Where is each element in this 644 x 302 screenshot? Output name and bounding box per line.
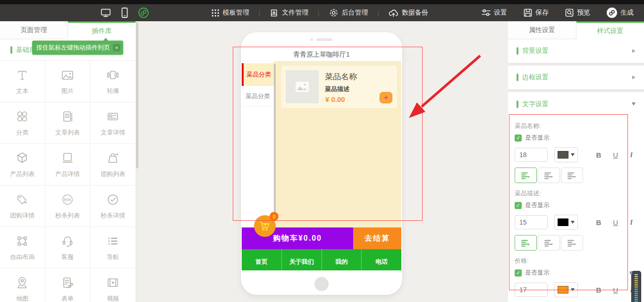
visible-checkbox[interactable]: ✓ <box>515 269 522 277</box>
plugin-label: 产品详情 <box>55 170 80 178</box>
plugin-label: 产品列表 <box>10 170 34 178</box>
italic-button[interactable]: I <box>630 151 633 159</box>
page-scrollbar-widget[interactable] <box>631 271 641 302</box>
plugin-item-文章详情[interactable]: 文章详情 <box>90 102 136 144</box>
menu-file-manage[interactable]: 文件管理 <box>268 8 310 17</box>
nav-item-电话[interactable]: 电话 <box>362 249 401 270</box>
plugin-panel: 页面管理 插件库 基础库 按住鼠标左键拖动插件到页 × 文本 图片 轮播 分类 … <box>0 21 136 302</box>
category-item-selected[interactable]: 菜品分类 <box>242 63 274 86</box>
group-detail-icon <box>15 192 30 207</box>
plugin-label: 自由布局 <box>10 253 34 261</box>
plugin-item-秒杀详情[interactable]: 秒杀详情 <box>90 185 136 227</box>
cart-button[interactable]: 0 <box>254 215 276 237</box>
nav-item-首页[interactable]: 首页 <box>242 249 282 270</box>
top-toolbar: 模板管理 | 文件管理 | 后台管理 | 数据备份 设置 <box>0 0 644 21</box>
align-right-button[interactable] <box>561 168 583 183</box>
plugin-item-轮播[interactable]: 轮播 <box>90 61 136 102</box>
nav-item-我的[interactable]: 我的 <box>322 249 362 270</box>
align-left-button[interactable] <box>515 168 537 183</box>
underline-button[interactable]: U <box>613 151 618 159</box>
group-label: 菜品描述: <box>515 189 637 198</box>
speaker-bar <box>316 38 332 41</box>
plugin-item-表单[interactable]: 表单 <box>45 268 91 302</box>
menu-template-manage[interactable]: 模板管理 <box>210 8 251 17</box>
section-text-settings[interactable]: 文字设置 <box>508 92 644 116</box>
section-border-settings[interactable]: 边框设置 <box>508 66 644 92</box>
plugin-item-客服[interactable]: 客服 <box>45 227 91 268</box>
italic-button[interactable]: I <box>630 218 633 226</box>
font-size-input[interactable] <box>515 283 548 297</box>
add-to-cart-button[interactable]: + <box>380 92 392 103</box>
bold-button[interactable]: B <box>596 286 601 294</box>
preview-button[interactable]: 预览 <box>563 8 592 17</box>
menu-plugin-region[interactable]: 菜品分类 菜品分类 菜品名称 菜品描述 ¥ 0.00 + <box>242 61 401 227</box>
close-icon[interactable]: × <box>113 44 120 51</box>
color-picker[interactable] <box>554 282 578 297</box>
plugin-item-产品列表[interactable]: 产品列表 <box>0 144 45 185</box>
underline-button[interactable]: U <box>613 286 618 294</box>
color-picker[interactable] <box>554 147 578 162</box>
nav-item-关于我们[interactable]: 关于我们 <box>282 249 322 270</box>
font-size-input[interactable] <box>515 215 548 229</box>
font-size-input[interactable] <box>515 148 548 162</box>
home-button[interactable] <box>314 277 329 291</box>
mobile-icon[interactable] <box>119 7 130 18</box>
menu-label: 文件管理 <box>282 8 308 17</box>
dish-card[interactable]: 菜品名称 菜品描述 ¥ 0.00 + <box>281 66 397 108</box>
visible-checkbox[interactable]: ✓ <box>515 202 522 209</box>
plugin-grid: 文本 图片 轮播 分类 文章列表 文章详情 产品列表 产品详情 团购列表 团购详… <box>0 60 136 302</box>
left-panel-scrollbar[interactable] <box>136 21 139 302</box>
plugin-item-团购列表[interactable]: 团购列表 <box>90 144 136 185</box>
plugin-item-秒杀列表[interactable]: 秒杀 秒杀列表 <box>45 185 91 227</box>
desktop-icon[interactable] <box>100 7 111 18</box>
bold-button[interactable]: B <box>596 218 601 226</box>
plugin-item-地图[interactable]: 地图 <box>0 268 45 302</box>
menu-data-backup[interactable]: 数据备份 <box>387 8 430 17</box>
link-icon[interactable] <box>138 7 149 18</box>
category-item[interactable]: 菜品分类 <box>242 86 274 107</box>
color-picker[interactable] <box>554 215 578 230</box>
align-left-button[interactable] <box>515 235 537 251</box>
category-scrollbar[interactable] <box>274 64 276 214</box>
plugin-item-文章列表[interactable]: 文章列表 <box>45 102 91 144</box>
menu-label: 预览 <box>577 8 590 17</box>
product-list-icon <box>15 151 30 166</box>
plugin-item-文本[interactable]: 文本 <box>0 61 45 102</box>
align-right-button[interactable] <box>561 235 583 251</box>
tab-plugin-library[interactable]: 插件库 <box>68 21 136 39</box>
underline-button[interactable]: U <box>613 218 618 226</box>
plugin-item-视频[interactable]: 视频 <box>90 268 136 302</box>
tab-page-manage[interactable]: 页面管理 <box>0 21 68 39</box>
generate-button[interactable]: 生成 <box>604 7 636 18</box>
visible-checkbox[interactable]: ✓ <box>515 134 522 142</box>
plugin-label: 导航 <box>107 253 119 261</box>
tab-attribute-settings[interactable]: 属性设置 <box>508 21 576 39</box>
section-background-settings[interactable]: 背景设置 <box>508 39 644 66</box>
dish-name: 菜品名称 <box>325 71 357 82</box>
plugin-item-图片[interactable]: 图片 <box>45 61 91 102</box>
tab-style-settings[interactable]: 样式设置 <box>576 21 644 39</box>
menu-backend-manage[interactable]: 后台管理 <box>327 8 370 17</box>
bold-button[interactable]: B <box>596 151 601 159</box>
color-swatch <box>558 286 568 294</box>
plugin-item-自由布局[interactable]: 自由布局 <box>0 227 45 268</box>
chevron-down-icon <box>632 102 636 106</box>
checkout-button[interactable]: 去结算 <box>353 227 401 249</box>
section-label: 背景设置 <box>522 47 549 55</box>
cloud-upload-icon <box>389 8 398 17</box>
plugin-item-团购详情[interactable]: 团购详情 <box>0 185 45 227</box>
settings-button[interactable]: 设置 <box>479 8 509 17</box>
save-button[interactable]: 保存 <box>521 8 551 17</box>
menu-divider: | <box>318 9 319 17</box>
plugin-item-产品详情[interactable]: 产品详情 <box>45 144 91 185</box>
menu-label: 保存 <box>535 8 549 17</box>
plugin-item-导航[interactable]: 导航 <box>90 227 136 268</box>
plugin-item-分类[interactable]: 分类 <box>0 102 45 144</box>
plugin-label: 文章列表 <box>55 128 80 137</box>
align-center-button[interactable] <box>538 235 560 251</box>
color-swatch <box>558 218 568 226</box>
dish-list: 菜品名称 菜品描述 ¥ 0.00 + <box>274 61 401 227</box>
align-center-button[interactable] <box>538 168 560 183</box>
chevron-down-icon <box>571 221 575 224</box>
category-list: 菜品分类 菜品分类 <box>242 61 274 227</box>
